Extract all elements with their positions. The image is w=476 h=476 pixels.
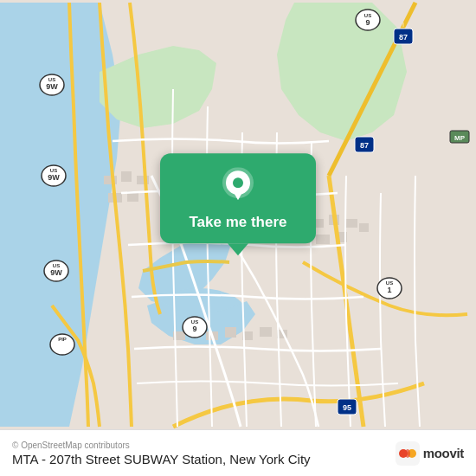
- svg-rect-16: [316, 235, 330, 244]
- take-me-there-button[interactable]: Take me there: [160, 153, 316, 243]
- svg-text:PIP: PIP: [58, 337, 67, 342]
- map-container: 87 I 87 95 US 9 US 9W US 9W US 9W: [0, 0, 476, 429]
- location-pin-icon: [222, 167, 254, 207]
- svg-text:MP: MP: [454, 134, 466, 142]
- svg-point-60: [233, 177, 243, 188]
- map-attribution: © OpenStreetMap contributors: [12, 441, 311, 450]
- svg-text:9: 9: [365, 18, 370, 27]
- svg-text:9W: 9W: [48, 173, 60, 182]
- cta-label: Take me there: [189, 214, 286, 231]
- bottom-left-section: © OpenStreetMap contributors MTA - 207th…: [12, 441, 311, 466]
- svg-text:I: I: [402, 22, 404, 28]
- app-container: 87 I 87 95 US 9 US 9W US 9W US 9W: [0, 0, 476, 476]
- svg-rect-15: [344, 219, 357, 228]
- svg-rect-22: [225, 327, 236, 338]
- svg-text:87: 87: [399, 33, 408, 42]
- svg-rect-24: [260, 327, 272, 337]
- station-name-label: MTA - 207th Street SUBWAY Station, New Y…: [12, 452, 311, 466]
- svg-text:95: 95: [343, 403, 351, 412]
- svg-text:9W: 9W: [50, 268, 62, 277]
- moovit-icon: [396, 441, 420, 466]
- svg-text:9W: 9W: [46, 82, 58, 91]
- svg-point-65: [405, 449, 410, 458]
- bottom-bar: © OpenStreetMap contributors MTA - 207th…: [0, 429, 476, 476]
- svg-rect-18: [359, 223, 369, 232]
- moovit-brand-text: moovit: [423, 446, 464, 460]
- svg-text:1: 1: [387, 286, 391, 294]
- svg-rect-9: [121, 171, 132, 182]
- moovit-logo: moovit: [396, 441, 464, 466]
- svg-text:9: 9: [192, 325, 196, 333]
- cta-overlay: Take me there: [160, 153, 316, 255]
- svg-text:87: 87: [360, 141, 369, 150]
